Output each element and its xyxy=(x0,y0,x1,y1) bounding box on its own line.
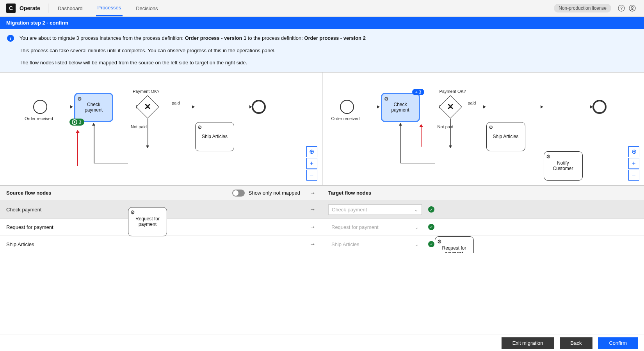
start-event-label: Order received xyxy=(25,116,53,121)
mapped-ok-icon: ✓ xyxy=(428,241,434,247)
source-node-label: Request for payment xyxy=(6,224,53,230)
task-label: Request for payment xyxy=(131,216,164,227)
info-line2: This process can take several minutes un… xyxy=(20,47,366,55)
mapped-ok-icon: ✓ xyxy=(428,206,434,213)
task-label: Ship Articles xyxy=(493,134,518,139)
gear-icon: ⚙ xyxy=(130,209,135,215)
task-check-payment: ⚙ Check payment xyxy=(74,93,113,122)
zoom-out-button[interactable]: − xyxy=(628,170,639,181)
source-diagram[interactable]: Order received ⚙ Check payment 3 Payment… xyxy=(0,73,322,185)
mapping-row: Request for payment → Request for paymen… xyxy=(0,219,644,236)
target-diagram[interactable]: Order received ⚙ Check payment + 3 Payme… xyxy=(322,73,644,185)
connector xyxy=(234,107,250,108)
connector xyxy=(94,125,94,163)
end-event xyxy=(592,100,607,114)
info-text: You are about to migrate 3 process insta… xyxy=(20,34,366,67)
connector xyxy=(47,107,71,108)
task-request-payment: ⚙ Request for payment xyxy=(128,207,167,236)
step-title-bar: Migration step 2 - confirm xyxy=(0,17,644,29)
gear-icon: ⚙ xyxy=(489,124,493,130)
toggle-label: Show only not mapped xyxy=(249,190,300,196)
info-line1-pre: You are about to migrate 3 process insta… xyxy=(20,35,185,41)
connector xyxy=(148,119,148,146)
mapped-ok-icon: ✓ xyxy=(428,224,434,230)
task-check-payment: ⚙ Check payment xyxy=(381,93,420,122)
connector xyxy=(420,107,439,108)
mapping-row: Check payment → Check payment ⌄ ✓ xyxy=(0,201,644,219)
zoom-out-button[interactable]: − xyxy=(306,170,317,181)
task-ship-articles: ⚙ Ship Articles xyxy=(486,122,525,151)
task-notify-customer: ⚙ Notify Customer xyxy=(544,151,583,181)
source-node-label: Check payment xyxy=(6,207,41,213)
end-event xyxy=(252,100,266,114)
app-header: C Operate Dashboard Processes Decisions … xyxy=(0,0,644,17)
arrow-right-icon: → xyxy=(310,190,316,197)
chevron-down-icon: ⌄ xyxy=(415,241,419,247)
start-event xyxy=(33,100,47,114)
chevron-down-icon: ⌄ xyxy=(414,207,418,213)
connector xyxy=(94,163,128,164)
connector xyxy=(159,107,192,108)
gear-icon: ⚙ xyxy=(77,96,82,102)
connector xyxy=(583,107,591,108)
show-only-not-mapped-toggle[interactable] xyxy=(232,190,245,197)
diagram-controls: ⊕ + − xyxy=(628,145,639,181)
task-label: Check payment xyxy=(384,102,416,113)
reset-view-button[interactable]: ⊕ xyxy=(628,146,639,157)
task-label: Check payment xyxy=(78,102,110,113)
paid-label: paid xyxy=(468,101,476,105)
nav-decisions[interactable]: Decisions xyxy=(134,1,159,16)
mapping-header: Source flow nodes Show only not mapped →… xyxy=(0,186,644,201)
zoom-in-button[interactable]: + xyxy=(306,158,317,169)
diagram-split: Order received ⚙ Check payment 3 Payment… xyxy=(0,73,644,186)
connector xyxy=(525,107,541,108)
header-divider xyxy=(48,4,48,13)
annotation-arrow xyxy=(421,127,422,147)
gateway-label: Payment OK? xyxy=(439,89,466,94)
info-line1-mid: to the process definition: xyxy=(246,35,304,41)
gateway-label: Payment OK? xyxy=(133,89,159,94)
info-banner: i You are about to migrate 3 process ins… xyxy=(0,29,644,73)
task-request-payment: ⚙ Request for payment xyxy=(435,236,474,253)
app-name: Operate xyxy=(20,5,40,11)
info-source-def: Order process - version 1 xyxy=(185,35,247,41)
info-icon: i xyxy=(7,35,14,42)
diagram-controls: ⊕ + − xyxy=(306,145,317,181)
nav-processes[interactable]: Processes xyxy=(96,0,123,16)
connector xyxy=(354,107,377,108)
target-node-select[interactable]: Request for payment ⌄ xyxy=(328,222,422,232)
svg-point-3 xyxy=(632,7,633,9)
target-flow-nodes-title: Target flow nodes xyxy=(328,190,371,196)
mapping-row: Ship Articles → Ship Articles ⌄ ✓ xyxy=(0,236,644,253)
chevron-down-icon: ⌄ xyxy=(415,224,419,230)
target-node-select[interactable]: Ship Articles ⌄ xyxy=(328,239,422,249)
arrow-right-icon: → xyxy=(310,241,316,248)
info-target-def: Order process - version 2 xyxy=(304,35,366,41)
gear-icon: ⚙ xyxy=(384,96,389,102)
nav-dashboard[interactable]: Dashboard xyxy=(56,1,84,16)
zoom-in-button[interactable]: + xyxy=(628,158,639,169)
info-line3: The flow nodes listed below will be mapp… xyxy=(20,59,366,67)
connector xyxy=(462,107,484,108)
reset-view-button[interactable]: ⊕ xyxy=(306,146,317,157)
added-count-badge: + 3 xyxy=(412,89,425,95)
connector xyxy=(400,125,401,163)
connector xyxy=(450,119,451,146)
gear-icon: ⚙ xyxy=(546,154,551,160)
task-label: Notify Customer xyxy=(546,160,580,171)
task-label: Ship Articles xyxy=(202,134,228,139)
arrow-right-icon: → xyxy=(310,223,316,230)
connector xyxy=(400,163,435,164)
brand-logo: C xyxy=(6,4,16,13)
target-node-select[interactable]: Check payment ⌄ xyxy=(328,204,422,215)
license-pill: Non-production license xyxy=(554,4,611,12)
help-icon[interactable]: ? xyxy=(616,3,627,14)
gear-icon: ⚙ xyxy=(197,124,202,130)
svg-text:?: ? xyxy=(620,6,623,11)
gateway: ✕ xyxy=(439,95,462,118)
instance-count-badge: 3 xyxy=(69,119,84,126)
annotation-arrow xyxy=(77,133,78,166)
user-icon[interactable] xyxy=(627,3,638,14)
gateway: ✕ xyxy=(136,95,159,118)
source-node-label: Ship Articles xyxy=(6,241,34,247)
